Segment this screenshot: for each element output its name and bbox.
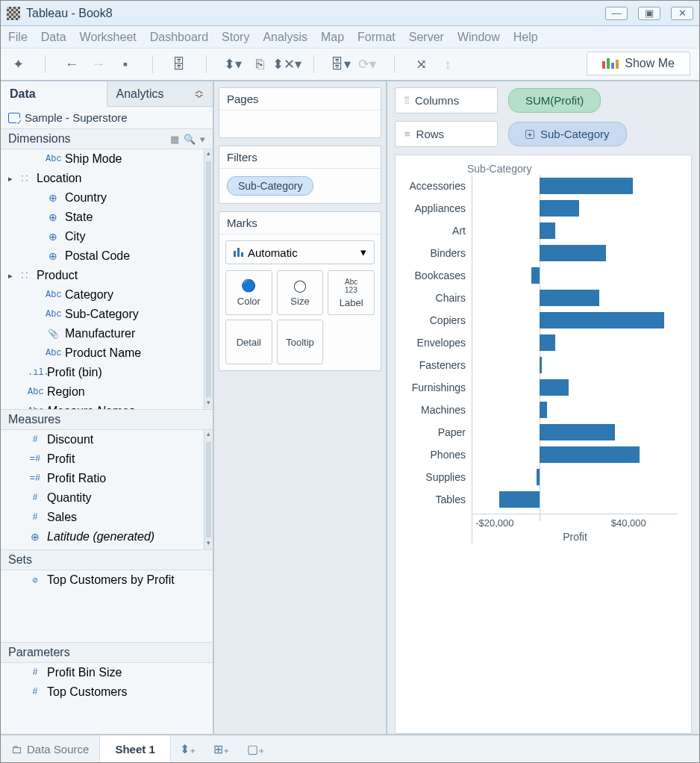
bar-fasteners[interactable] bbox=[540, 357, 542, 373]
rows-pill-subcategory[interactable]: +Sub-Category bbox=[508, 122, 627, 146]
label-icon: Abc123 bbox=[345, 278, 357, 294]
filter-pill-subcategory[interactable]: Sub-Category bbox=[227, 176, 313, 196]
field-category[interactable]: AbcCategory bbox=[1, 285, 204, 305]
marks-type-dropdown[interactable]: Automatic ▾ bbox=[225, 240, 375, 264]
new-worksheet-button[interactable]: ⬍▾ bbox=[222, 53, 244, 75]
sheet-tab[interactable]: Sheet 1 bbox=[100, 735, 170, 762]
titlebar[interactable]: Tableau - Book8 — ▣ ✕ bbox=[1, 1, 699, 26]
data-source-tab[interactable]: 🗀Data Source bbox=[1, 735, 100, 762]
close-button[interactable]: ✕ bbox=[671, 7, 693, 20]
save-button[interactable]: ▪ bbox=[114, 53, 137, 75]
field-top-customers-by-profit[interactable]: ⊘Top Customers by Profit bbox=[1, 570, 213, 590]
bar-supplies[interactable] bbox=[537, 469, 540, 485]
field-sub-category[interactable]: AbcSub-Category bbox=[1, 305, 204, 324]
datasource-row[interactable]: Sample - Superstore bbox=[1, 107, 213, 128]
columns-shelf[interactable]: ⦙⦙⦙Columns SUM(Profit) bbox=[395, 87, 692, 113]
bar-copiers[interactable] bbox=[540, 312, 664, 328]
bar-machines[interactable] bbox=[540, 402, 547, 418]
field-city[interactable]: ⊕City bbox=[1, 227, 204, 246]
field-product-name[interactable]: AbcProduct Name bbox=[1, 343, 204, 363]
field-region[interactable]: AbcRegion bbox=[1, 382, 204, 402]
pause-button[interactable]: 🗄▾ bbox=[329, 53, 351, 75]
field-quantity[interactable]: #Quantity bbox=[1, 488, 204, 508]
field-profit-ratio[interactable]: =#Profit Ratio bbox=[1, 469, 204, 488]
scrollbar[interactable]: ▴▾ bbox=[204, 430, 213, 549]
minimize-button[interactable]: — bbox=[605, 7, 628, 20]
show-me-button[interactable]: Show Me bbox=[587, 52, 690, 75]
refresh-button[interactable]: ⟳▾ bbox=[356, 53, 378, 75]
new-dashboard-button[interactable]: ⊞₊ bbox=[204, 742, 238, 756]
field-location[interactable]: ▸⸬Location bbox=[1, 169, 204, 188]
new-worksheet-button[interactable]: ⬍₊ bbox=[171, 742, 204, 756]
marks-label-button[interactable]: Abc123Label bbox=[328, 270, 375, 315]
forward-button[interactable]: → bbox=[87, 53, 110, 75]
swap-button[interactable]: ⤨ bbox=[410, 53, 432, 75]
back-button[interactable]: ← bbox=[60, 53, 83, 75]
bar-envelopes[interactable] bbox=[540, 334, 555, 351]
menu-data[interactable]: Data bbox=[41, 31, 66, 44]
field-country[interactable]: ⊕Country bbox=[1, 188, 204, 208]
category-label: Binders bbox=[400, 242, 472, 264]
field-ship-mode[interactable]: AbcShip Mode bbox=[1, 149, 204, 169]
window-title: Tableau - Book8 bbox=[26, 7, 605, 20]
menu-file[interactable]: File bbox=[8, 31, 28, 44]
menu-window[interactable]: Window bbox=[457, 31, 500, 44]
columns-pill-sum-profit[interactable]: SUM(Profit) bbox=[508, 88, 601, 113]
bar-chairs[interactable] bbox=[540, 290, 600, 306]
bar-furnishings[interactable] bbox=[540, 379, 569, 396]
bar-bookcases[interactable] bbox=[531, 267, 539, 284]
search-icon[interactable]: 🔍 bbox=[184, 134, 196, 145]
x-axis: Profit -$20,000$40,000 bbox=[472, 514, 678, 544]
menu-worksheet[interactable]: Worksheet bbox=[80, 31, 137, 44]
field-manufacturer[interactable]: 📎Manufacturer bbox=[1, 324, 204, 343]
field-sales[interactable]: #Sales bbox=[1, 508, 204, 527]
bar-binders[interactable] bbox=[540, 245, 607, 261]
marks-detail-button[interactable]: Detail bbox=[225, 320, 272, 364]
duplicate-button[interactable]: ⎘ bbox=[249, 53, 271, 75]
menu-dashboard[interactable]: Dashboard bbox=[150, 31, 208, 44]
menu-analysis[interactable]: Analysis bbox=[263, 31, 307, 44]
tab-data[interactable]: Data bbox=[1, 81, 107, 107]
field-top-customers[interactable]: #Top Customers bbox=[1, 682, 213, 702]
field-profit[interactable]: =#Profit bbox=[1, 449, 204, 469]
bar-paper[interactable] bbox=[540, 424, 616, 440]
rows-shelf[interactable]: ≡Rows +Sub-Category bbox=[395, 121, 692, 147]
field-latitude-generated-[interactable]: ⊕Latitude (generated) bbox=[1, 527, 204, 546]
bars-area: Profit -$20,000$40,000 bbox=[472, 175, 678, 544]
sort-button[interactable]: ↕ bbox=[437, 53, 459, 75]
field-product[interactable]: ▸⸬Product bbox=[1, 266, 204, 285]
new-datasource-button[interactable]: 🗄 bbox=[168, 53, 190, 75]
size-icon: ◯ bbox=[293, 278, 307, 293]
filters-header: Filters bbox=[219, 146, 381, 169]
menu-map[interactable]: Map bbox=[321, 31, 344, 44]
field-state[interactable]: ⊕State bbox=[1, 208, 204, 227]
field-profit-bin-[interactable]: .ıl.Profit (bin) bbox=[1, 363, 204, 382]
marks-color-button[interactable]: 🔵Color bbox=[225, 270, 272, 315]
field-postal-code[interactable]: ⊕Postal Code bbox=[1, 246, 204, 266]
scrollbar[interactable]: ▴▾ bbox=[204, 149, 213, 409]
bar-accessories[interactable] bbox=[540, 178, 634, 194]
tab-analytics[interactable]: Analytics bbox=[107, 81, 213, 107]
field-profit-bin-size[interactable]: #Profit Bin Size bbox=[1, 663, 213, 682]
marks-tooltip-button[interactable]: Tooltip bbox=[277, 320, 324, 364]
bar-tables[interactable] bbox=[499, 491, 540, 508]
menu-format[interactable]: Format bbox=[357, 31, 396, 44]
menu-story[interactable]: Story bbox=[222, 31, 249, 44]
dimensions-header: Dimensions ▦🔍▾ bbox=[1, 128, 213, 149]
bar-art[interactable] bbox=[540, 222, 555, 239]
menu-help[interactable]: Help bbox=[513, 31, 538, 44]
marks-size-button[interactable]: ◯Size bbox=[277, 270, 324, 315]
chevron-down-icon[interactable]: ▾ bbox=[200, 134, 205, 145]
clear-button[interactable]: ⬍✕▾ bbox=[275, 53, 298, 75]
bar-phones[interactable] bbox=[540, 446, 640, 463]
menu-server[interactable]: Server bbox=[409, 31, 444, 44]
field-measure-names[interactable]: AbcMeasure Names bbox=[1, 402, 204, 409]
separator bbox=[383, 53, 405, 75]
maximize-button[interactable]: ▣ bbox=[638, 7, 660, 20]
new-story-button[interactable]: ▢₊ bbox=[238, 742, 273, 756]
field-discount[interactable]: #Discount bbox=[1, 430, 204, 449]
tableau-logo-icon[interactable]: ✦ bbox=[7, 53, 29, 75]
visualization[interactable]: Sub-Category AccessoriesAppliancesArtBin… bbox=[395, 155, 692, 734]
bar-appliances[interactable] bbox=[540, 200, 580, 217]
view-icon[interactable]: ▦ bbox=[170, 134, 179, 145]
